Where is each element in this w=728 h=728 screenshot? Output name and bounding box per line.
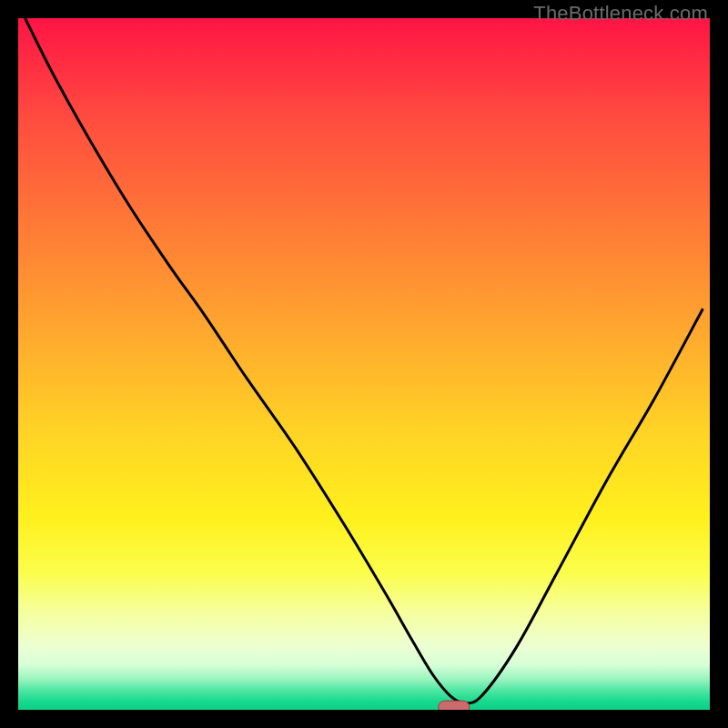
bottleneck-curve xyxy=(25,18,703,703)
watermark-text: TheBottleneck.com xyxy=(533,2,708,25)
chart-plot-area xyxy=(18,18,710,710)
chart-svg xyxy=(18,18,710,710)
optimal-marker xyxy=(439,701,470,710)
